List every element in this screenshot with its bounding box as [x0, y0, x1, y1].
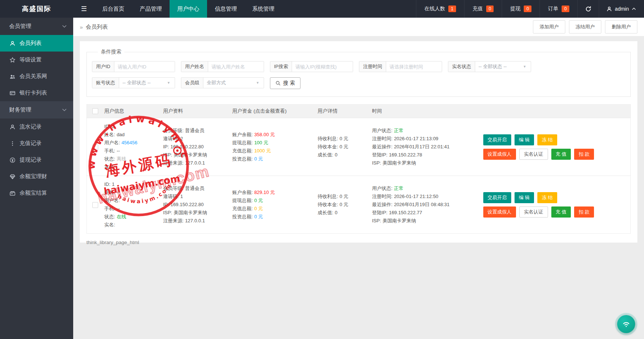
field-label: 状态: — [104, 156, 115, 162]
nav-item-info[interactable]: 信息管理 — [207, 0, 245, 18]
order-count-item[interactable]: 订单 0 — [540, 0, 577, 18]
edit-button[interactable]: 编 辑 — [515, 134, 534, 145]
sidebar-item-yuebao-invest[interactable]: 余额宝理财 — [0, 168, 73, 185]
realname-verify-button[interactable]: 实名认证 — [519, 149, 548, 160]
field-label: ISP: — [163, 152, 172, 158]
app-logo: 高盛国际 — [0, 0, 73, 18]
field-label: 用户名: — [104, 198, 120, 203]
user-status: 正常 — [394, 128, 403, 133]
row-checkbox[interactable] — [92, 202, 98, 208]
field-value: 美国南卡罗来纳 — [174, 210, 207, 215]
refresh-button[interactable] — [577, 0, 599, 18]
field-label: 手机: — [104, 148, 115, 153]
withdraw-amount[interactable]: 100 元 — [254, 140, 268, 145]
sidebar-toggle-button[interactable]: ☰ — [73, 0, 95, 18]
sidebar-item-level-settings[interactable]: 等级设置 — [0, 52, 73, 68]
cell-actions: 交易开启 编 辑 冻 结 设置成假人 实名认证 充 值 扣 款 — [483, 118, 631, 176]
account-status-select[interactable]: -- 全部状态 -- ▼ — [119, 78, 175, 88]
person-icon — [10, 124, 15, 130]
user-menu[interactable]: admin — [599, 0, 644, 18]
field-value: 2026-01-17 21:13:09 — [394, 136, 438, 141]
username-link[interactable]: 456456 — [121, 140, 137, 145]
user-icon — [606, 6, 612, 12]
user-id-label: 用户ID — [92, 61, 114, 72]
order-count-badge: 0 — [562, 6, 569, 12]
recharge-button[interactable]: 充 值 — [551, 149, 571, 160]
deduct-button[interactable]: 扣 款 — [574, 149, 594, 160]
recharge-count-item[interactable]: 充值 0 — [464, 0, 502, 18]
delete-user-button[interactable]: 删除用户 — [605, 20, 637, 33]
member-group-select[interactable]: 全部方式 ▼ — [203, 78, 264, 88]
template-footer-text: think_library_page_html — [86, 240, 631, 245]
select-all-checkbox[interactable] — [92, 108, 98, 114]
realname-verify-button[interactable]: 实名认证 — [519, 206, 548, 218]
withdraw-count-badge: 0 — [524, 6, 531, 12]
field-label: 待收本金: — [318, 202, 338, 207]
add-user-button[interactable]: 添加用户 — [533, 20, 565, 33]
nav-item-dashboard[interactable]: 后台首页 — [95, 0, 132, 18]
account-status-field-group: 账号状态 -- 全部状态 -- ▼ — [92, 77, 175, 88]
row-checkbox[interactable] — [92, 144, 98, 150]
recharge-amount[interactable]: 0 元 — [254, 206, 263, 211]
recharge-amount[interactable]: 1000 元 — [254, 148, 271, 153]
sidebar-section-member[interactable]: 会员管理 — [0, 18, 73, 35]
sidebar-item-member-network[interactable]: 会员关系网 — [0, 68, 73, 85]
field-label: 状态: — [104, 214, 115, 219]
field-label: IP: — [163, 144, 169, 149]
reg-time-label: 注册时间 — [359, 61, 386, 72]
recharge-button[interactable]: 充 值 — [551, 206, 571, 218]
reg-time-input[interactable] — [386, 61, 442, 72]
online-count-item[interactable]: 在线人数 1 — [416, 0, 464, 18]
cell-actions: 交易开启 编 辑 冻 结 设置成假人 实名认证 充 值 扣 款 — [483, 176, 631, 234]
field-label: 用户状态: — [372, 128, 393, 133]
sidebar-section-finance[interactable]: 财务管理 — [0, 101, 73, 119]
realname-status-select[interactable]: -- 全部状态 -- ▼ — [475, 61, 531, 72]
sidebar-item-recharge-records[interactable]: 充值记录 — [0, 135, 73, 152]
nav-item-system[interactable]: 系统管理 — [245, 0, 282, 18]
nav-item-products[interactable]: 产品管理 — [132, 0, 170, 18]
sidebar-item-bank-cards[interactable]: 银行卡列表 — [0, 85, 73, 101]
set-fake-button[interactable]: 设置成假人 — [483, 149, 516, 160]
realname-status-value: -- 全部状态 -- — [478, 63, 507, 70]
member-group-value: 全部方式 — [207, 80, 226, 86]
freeze-user-button[interactable]: 冻结用户 — [569, 20, 601, 33]
col-header-user-detail: 用户详情 — [318, 105, 372, 118]
search-button[interactable]: 搜 索 — [270, 77, 300, 89]
sidebar-item-label: 余额宝理财 — [19, 173, 47, 180]
sidebar-item-withdraw-records[interactable]: 提现记录 — [0, 152, 73, 168]
sidebar-item-member-list[interactable]: 会员列表 — [0, 35, 73, 52]
deduct-button[interactable]: 扣 款 — [574, 206, 594, 218]
balance-amount[interactable]: 829.10 元 — [254, 190, 275, 195]
refresh-icon — [585, 6, 591, 12]
freeze-button[interactable]: 冻 结 — [537, 134, 557, 145]
gem-icon — [10, 174, 15, 180]
yen-circle-icon — [10, 157, 15, 163]
ip-search-input[interactable] — [292, 61, 353, 72]
top-navbar: 高盛国际 ☰ 后台首页 产品管理 用户中心 信息管理 系统管理 在线人数 1 充… — [0, 0, 644, 18]
invest-amount[interactable]: 0 元 — [254, 156, 263, 162]
cards-stack-icon — [10, 190, 15, 196]
field-label: 待收本金: — [318, 144, 338, 149]
edit-button[interactable]: 编 辑 — [515, 192, 534, 203]
field-value: 169.150.222.78 — [389, 152, 422, 158]
chevron-down-icon — [62, 25, 67, 28]
vertical-dots-icon — [10, 141, 15, 146]
nav-item-user-center[interactable]: 用户中心 — [170, 0, 207, 18]
invest-amount[interactable]: 0 元 — [254, 214, 263, 219]
floating-assist-button[interactable] — [617, 315, 635, 333]
withdraw-count-item[interactable]: 提现 0 — [502, 0, 540, 18]
user-name-input[interactable] — [208, 61, 264, 72]
cell-user-profile: 会员等级:普通会员 邀请码:2 IP:169.150.222.80 ISP:美国… — [163, 118, 232, 176]
withdraw-amount[interactable]: 0 元 — [254, 198, 263, 203]
trade-toggle-button[interactable]: 交易开启 — [483, 192, 511, 203]
hamburger-icon: ☰ — [81, 5, 87, 13]
user-id-input[interactable] — [114, 61, 175, 72]
trade-toggle-button[interactable]: 交易开启 — [483, 134, 511, 145]
balance-amount[interactable]: 358.00 元 — [254, 132, 275, 137]
field-value: 普通会员 — [185, 186, 204, 191]
set-fake-button[interactable]: 设置成假人 — [483, 206, 516, 218]
sidebar-item-yuebao-settle[interactable]: 余额宝结算 — [0, 185, 73, 201]
freeze-button[interactable]: 冻 结 — [537, 192, 557, 203]
field-label: ISP: — [372, 218, 381, 223]
sidebar-item-flow-records[interactable]: 流水记录 — [0, 119, 73, 135]
